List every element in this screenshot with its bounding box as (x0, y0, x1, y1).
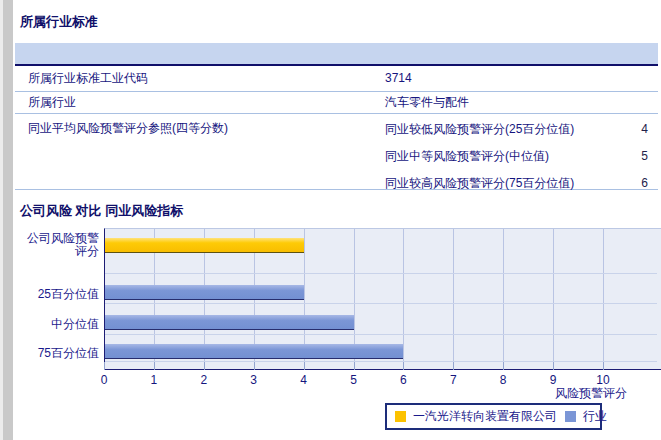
x-tick-label: 7 (440, 373, 466, 387)
gridline (105, 334, 657, 335)
axis-tick (154, 362, 155, 370)
axis-tick (603, 362, 604, 370)
gridline (503, 229, 504, 362)
legend-industry-label: 行业 (583, 408, 607, 425)
gridline (453, 229, 454, 362)
axis-tick (553, 362, 554, 370)
chart-bar (105, 238, 304, 253)
gridline (553, 229, 554, 362)
axis-tick (354, 362, 355, 370)
x-tick-label: 3 (241, 373, 267, 387)
gridline (403, 229, 404, 362)
x-tick-label: 6 (390, 373, 416, 387)
gridline (304, 229, 305, 362)
gridline (105, 273, 657, 274)
y-axis-label-75th: 75百分位值 (2, 347, 99, 360)
x-tick-label: 8 (490, 373, 516, 387)
x-tick-label: 4 (291, 373, 317, 387)
chart-bar (105, 315, 354, 330)
chart-bar (105, 344, 403, 359)
axis-tick (304, 362, 305, 370)
x-tick-label: 10 (590, 373, 616, 387)
gridline (105, 361, 657, 362)
chart-bar (105, 285, 304, 300)
y-axis-label-25th: 25百分位值 (2, 288, 99, 301)
x-tick-label: 9 (540, 373, 566, 387)
axis-tick (403, 362, 404, 370)
gridline (603, 229, 604, 362)
legend-industry-swatch-icon (565, 411, 576, 422)
legend-company-swatch-icon (395, 411, 406, 422)
axis-tick (104, 362, 105, 370)
x-tick-label: 0 (91, 373, 117, 387)
y-axis-label-median: 中分位值 (2, 318, 99, 331)
axis-tick (453, 362, 454, 370)
gridline (354, 229, 355, 362)
axis-tick (254, 362, 255, 370)
axis-tick (503, 362, 504, 370)
axis-tick (204, 362, 205, 370)
gridline (105, 303, 657, 304)
y-axis-label-company-score: 公司风险预警评分 (23, 232, 99, 258)
risk-comparison-bar-chart: 公司风险预警评分 25百分位值 中分位值 75百分位值 风险预警评分 一汽光洋转… (0, 0, 661, 440)
legend-company-label: 一汽光洋转向装置有限公司 (413, 408, 557, 425)
x-axis-title: 风险预警评分 (555, 385, 627, 402)
x-tick-label: 2 (191, 373, 217, 387)
x-tick-label: 5 (341, 373, 367, 387)
chart-legend: 一汽光洋转向装置有限公司 行业 (385, 403, 602, 430)
x-tick-label: 1 (141, 373, 167, 387)
